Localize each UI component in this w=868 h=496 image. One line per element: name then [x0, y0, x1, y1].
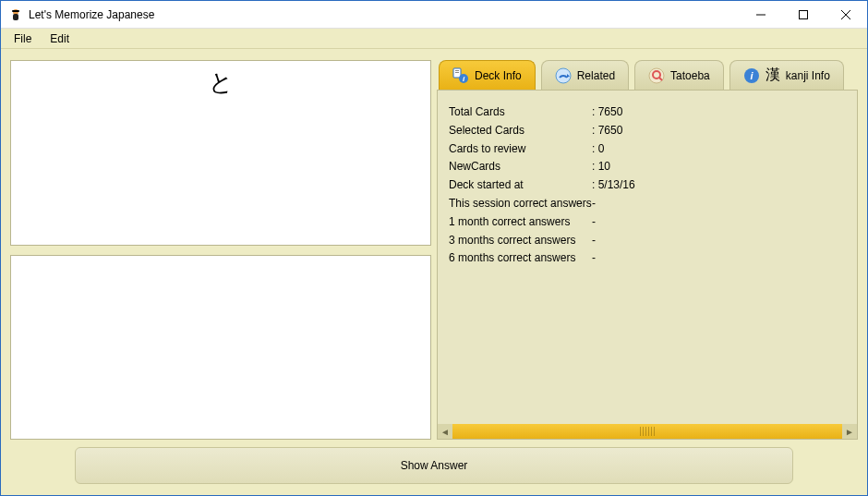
scroll-right-arrow[interactable]: ► [842, 424, 857, 439]
info-icon: i [452, 67, 469, 84]
scroll-left-arrow[interactable]: ◄ [438, 424, 452, 439]
deck-info-row: 6 months correct answers - [449, 249, 850, 268]
footer: Show Answer [1, 445, 867, 495]
close-button[interactable] [825, 1, 867, 28]
deck-info-value: : 10 [592, 158, 850, 176]
deck-info-value: - [592, 232, 850, 250]
deck-info-label: 3 months correct answers [449, 232, 592, 250]
deck-info-row: Selected Cards: 7650 [449, 122, 850, 140]
maximize-button[interactable] [782, 1, 825, 28]
client-area: と i [1, 49, 867, 495]
svg-rect-1 [13, 14, 18, 20]
deck-info-row: 1 month correct answers - [449, 213, 850, 232]
deck-info-value: - [592, 195, 850, 213]
tab-label: kanji Info [786, 69, 830, 82]
kanji-glyph-icon: 漢 [766, 66, 780, 85]
deck-info-value: : 7650 [592, 122, 850, 140]
flashcard-panel: と [10, 60, 431, 440]
tatoeba-icon [648, 67, 665, 84]
scroll-grip-icon [640, 427, 655, 436]
tab-tatoeba[interactable]: Tatoeba [634, 60, 724, 90]
horizontal-scrollbar[interactable]: ◄ ► [438, 424, 857, 439]
deck-info-label: Total Cards [449, 103, 592, 122]
deck-info-value: : 0 [592, 140, 850, 159]
deck-info-value: : 7650 [592, 103, 850, 122]
deck-info-row: NewCards: 10 [449, 158, 850, 176]
titlebar: Let's Memorize Japanese [1, 1, 867, 29]
deck-info-label: 1 month correct answers [449, 213, 592, 232]
tab-kanji-info[interactable]: i 漢 kanji Info [729, 60, 844, 90]
content-split: と i [1, 49, 867, 445]
deck-info-value: - [592, 213, 850, 232]
deck-info-value: - [592, 249, 850, 268]
info-panel: i Deck Info Related [437, 60, 858, 440]
deck-info-label: Deck started at [449, 176, 592, 195]
deck-info-row: This session correct answers - [449, 195, 850, 213]
deck-info-row: Cards to review: 0 [449, 140, 850, 159]
deck-info-label: Cards to review [449, 140, 592, 159]
svg-rect-8 [455, 70, 459, 71]
deck-info-label: Selected Cards [449, 122, 592, 140]
deck-info-value: : 5/13/16 [592, 176, 850, 195]
deck-info-row: Total Cards: 7650 [449, 103, 850, 122]
svg-rect-4 [800, 10, 808, 18]
svg-rect-2 [12, 10, 19, 12]
app-icon [8, 7, 23, 22]
window-title: Let's Memorize Japanese [29, 8, 154, 21]
card-front-text: と [11, 67, 430, 99]
deck-info-label: NewCards [449, 158, 592, 176]
deck-info-label: This session correct answers [449, 195, 592, 213]
app-window: Let's Memorize Japanese File Edit と [0, 0, 868, 496]
deck-info-row: 3 months correct answers - [449, 232, 850, 250]
tab-label: Deck Info [475, 69, 522, 82]
deck-info-list: Total Cards: 7650Selected Cards: 7650Car… [438, 91, 857, 424]
deck-info-row: Deck started at: 5/13/16 [449, 176, 850, 195]
show-answer-label: Show Answer [401, 459, 468, 472]
menu-file[interactable]: File [6, 30, 39, 47]
card-front: と [10, 60, 431, 246]
tab-label: Related [577, 69, 615, 82]
window-controls [740, 1, 867, 28]
related-icon [555, 67, 572, 84]
scroll-track[interactable] [452, 424, 842, 439]
tab-related[interactable]: Related [541, 60, 629, 90]
tab-label: Tatoeba [670, 69, 710, 82]
tab-deck-info[interactable]: i Deck Info [439, 60, 536, 90]
minimize-button[interactable] [740, 1, 782, 28]
show-answer-button[interactable]: Show Answer [75, 447, 793, 484]
svg-rect-9 [455, 72, 459, 73]
deck-info-label: 6 months correct answers [449, 249, 592, 268]
tabs: i Deck Info Related [437, 60, 858, 90]
menubar: File Edit [1, 29, 867, 49]
menu-edit[interactable]: Edit [42, 30, 77, 47]
tab-panel-deck-info: Total Cards: 7650Selected Cards: 7650Car… [437, 90, 858, 440]
card-back [10, 255, 431, 441]
info-icon: i [743, 67, 760, 84]
